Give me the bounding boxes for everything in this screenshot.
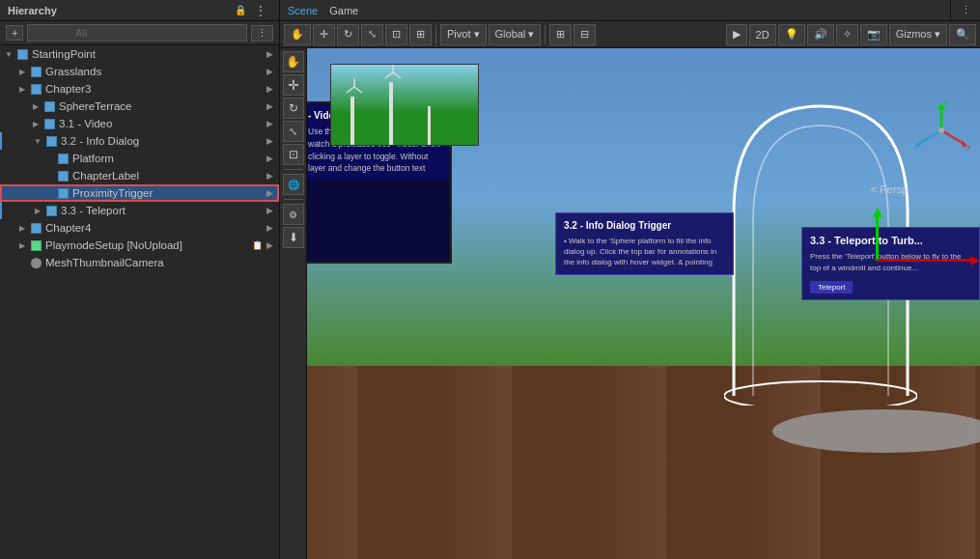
- expand-playmode[interactable]: [15, 238, 29, 252]
- tool-download[interactable]: ⬇: [283, 227, 304, 248]
- proximity-trigger-icon: [56, 186, 70, 200]
- gizmos-btn[interactable]: Gizmos ▾: [889, 24, 947, 45]
- grasslands-label: Grasslands: [45, 66, 266, 77]
- 33-teleport-label: 3.3 - Teleport: [61, 205, 266, 216]
- twod-btn[interactable]: 2D: [749, 24, 776, 45]
- svg-line-3: [347, 87, 354, 93]
- expand-mesh-thumbnail[interactable]: [15, 256, 29, 269]
- tree-item-sphere-terrace[interactable]: SphereTerrace ▶: [0, 98, 279, 115]
- scene-toolbar: ✋ ✛ ↻ ⤡ ⊡ ⊞ Pivot ▾ Global ▾ ⊞ ⊟ ▶ 2D 💡 …: [280, 21, 980, 48]
- light-btn[interactable]: 💡: [778, 24, 805, 45]
- persp-label: < Persp: [871, 183, 908, 195]
- expand-proximity-trigger[interactable]: [42, 186, 56, 200]
- svg-line-10: [941, 130, 966, 145]
- tree-item-mesh-thumbnail[interactable]: MeshThumbnailCamera: [0, 254, 279, 271]
- tree-item-platform[interactable]: Platform ▶: [0, 150, 279, 167]
- teleport-panel-btn[interactable]: Teleport: [810, 281, 853, 293]
- tool-scale[interactable]: ⤡: [283, 121, 304, 142]
- hierarchy-tree: StartingPoint ▶ Grasslands ▶ Chapter3 ▶: [0, 45, 279, 559]
- expand-31-video[interactable]: [29, 117, 42, 130]
- global-btn[interactable]: Global ▾: [489, 24, 542, 45]
- proximity-trigger-label: ProximityTrigger: [72, 187, 266, 199]
- scene-game-header: Scene Game: [280, 0, 951, 20]
- tool-crosshair[interactable]: ✛: [283, 74, 304, 96]
- tool-settings[interactable]: ⚙: [283, 204, 304, 225]
- 31-video-label: 3.1 - Video: [59, 118, 266, 129]
- expand-grasslands[interactable]: [15, 65, 29, 78]
- tool-rotate[interactable]: ↻: [283, 98, 304, 119]
- tool-globe[interactable]: 🌐: [283, 174, 304, 195]
- rotate-tool-btn[interactable]: ↻: [337, 24, 359, 45]
- hierarchy-search-input[interactable]: [27, 24, 247, 42]
- svg-text:X: X: [966, 143, 970, 152]
- axis-gizmo: Y X Z: [912, 101, 970, 162]
- tree-item-chapter4[interactable]: Chapter4 ▶: [0, 219, 279, 237]
- transform-arrowhead-up: [873, 208, 882, 217]
- video-panel: - Video Playback Use the 'Play' and 'Sto…: [299, 101, 452, 264]
- scene-tab-label[interactable]: Scene: [288, 5, 318, 16]
- tool-rect[interactable]: ⊡: [283, 144, 304, 165]
- hand-tool-btn[interactable]: ✋: [284, 24, 311, 45]
- tool-separator: [284, 169, 303, 170]
- scene-area: ✋ ✛ ↻ ⤡ ⊡ ⊞ Pivot ▾ Global ▾ ⊞ ⊟ ▶ 2D 💡 …: [280, 21, 980, 559]
- move-tool-btn[interactable]: ✛: [313, 24, 335, 45]
- info-32-text: • Walk to the 'Sphere platform to fill t…: [564, 236, 725, 268]
- effects-btn[interactable]: ✧: [836, 24, 858, 45]
- hierarchy-header: Hierarchy 🔒 ⋮: [0, 0, 280, 20]
- audio-btn[interactable]: 🔊: [807, 24, 834, 45]
- info-33-panel: 3.3 - Teleport to Turb... Press the 'Tel…: [801, 227, 980, 300]
- play-btn[interactable]: ▶: [726, 24, 747, 45]
- expand-platform[interactable]: [42, 152, 56, 165]
- chapter-label-icon: [56, 169, 70, 182]
- windmill-blades-1: [345, 77, 364, 97]
- tree-item-grasslands[interactable]: Grasslands ▶: [0, 63, 279, 80]
- scene-viewport: - Video Playback Use the 'Play' and 'Sto…: [280, 48, 980, 559]
- search-scene-btn[interactable]: 🔍: [949, 24, 976, 45]
- tree-item-chapter3[interactable]: Chapter3 ▶: [0, 80, 279, 98]
- rect-tool-btn[interactable]: ⊡: [385, 24, 407, 45]
- chapter-label-label: ChapterLabel: [72, 170, 266, 182]
- teleport-icon: [44, 204, 58, 217]
- left-toolbar: ✋ ✛ ↻ ⤡ ⊡ 🌐 ⚙ ⬇: [280, 48, 307, 559]
- hierarchy-title: Hierarchy: [8, 5, 57, 16]
- scale-tool-btn[interactable]: ⤡: [361, 24, 383, 45]
- hierarchy-more-icon[interactable]: ⋮: [250, 3, 271, 18]
- tree-item-starting-point[interactable]: StartingPoint ▶: [0, 45, 279, 63]
- grid-snap-btn[interactable]: ⊞: [549, 24, 572, 45]
- svg-line-6: [385, 72, 393, 78]
- expand-33-teleport[interactable]: [31, 204, 44, 217]
- transform-arrowhead-right: [970, 256, 980, 266]
- transform-tool-btn[interactable]: ⊞: [409, 24, 432, 45]
- top-more-btn[interactable]: ⋮: [951, 0, 980, 20]
- playmode-label: PlaymodeSetup [NoUpload]: [45, 239, 252, 251]
- expand-chapter3[interactable]: [15, 82, 29, 96]
- hierarchy-add-btn[interactable]: +: [6, 25, 23, 41]
- hierarchy-options-btn[interactable]: ⋮: [251, 25, 273, 42]
- expand-sphere-terrace[interactable]: [29, 99, 42, 113]
- info-dialog-icon: [44, 134, 58, 148]
- camera-btn[interactable]: 📷: [860, 24, 887, 45]
- platform-icon: [56, 152, 70, 165]
- svg-line-13: [917, 130, 941, 145]
- info-32-panel: 3.2 - Info Dialog Trigger • Walk to the …: [555, 212, 734, 275]
- tool-hand[interactable]: ✋: [283, 51, 304, 72]
- tree-item-chapter-label[interactable]: ChapterLabel ▶: [0, 167, 279, 184]
- sphere-terrace-label: SphereTerrace: [59, 100, 266, 112]
- axis-gizmo-svg: Y X Z: [912, 101, 970, 159]
- expand-32-info[interactable]: [31, 134, 44, 148]
- tree-item-playmode-setup[interactable]: PlaymodeSetup [NoUpload] 📋 ▶: [0, 237, 279, 254]
- expand-starting-point[interactable]: [2, 47, 15, 61]
- tree-item-proximity-trigger[interactable]: ProximityTrigger ▶: [0, 184, 279, 202]
- pivot-btn[interactable]: Pivot ▾: [440, 24, 487, 45]
- transform-arrow-right: [877, 259, 973, 262]
- expand-chapter-label[interactable]: [42, 169, 56, 182]
- game-tab-label[interactable]: Game: [329, 5, 358, 16]
- expand-chapter4[interactable]: [15, 221, 29, 235]
- tree-item-33-teleport[interactable]: 3.3 - Teleport ▶: [0, 202, 279, 219]
- tree-item-31-video[interactable]: 3.1 - Video ▶: [0, 115, 279, 132]
- info-33-title: 3.3 - Teleport to Turb...: [810, 234, 971, 248]
- sphere-terrace-icon: [42, 99, 56, 113]
- snap-settings-btn[interactable]: ⊟: [574, 24, 596, 45]
- tree-item-32-info-dialog[interactable]: 3.2 - Info Dialog ▶: [0, 132, 279, 150]
- top-more-icon: ⋮: [961, 4, 971, 16]
